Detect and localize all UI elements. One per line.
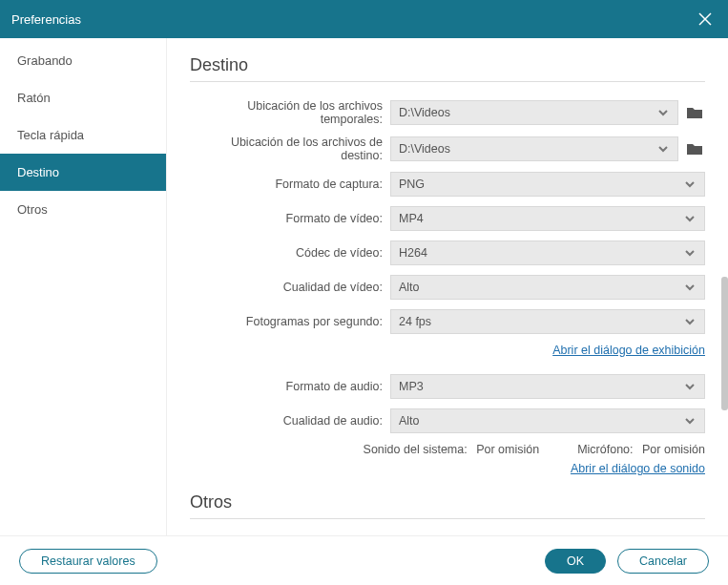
sidebar: Grabando Ratón Tecla rápida Destino Otro…: [0, 38, 167, 535]
row-video-codec: Códec de vídeo: H264: [190, 240, 705, 265]
select-audio-quality[interactable]: Alto: [390, 408, 705, 433]
value-audio-quality: Alto: [399, 414, 420, 428]
value-video-quality: Alto: [399, 281, 420, 294]
titlebar: Preferencias: [0, 0, 728, 38]
window-title: Preferencias: [11, 12, 81, 27]
close-button[interactable]: [694, 8, 717, 31]
value-capture-fmt: PNG: [399, 178, 425, 191]
sidebar-item-destino[interactable]: Destino: [0, 154, 166, 191]
select-video-quality[interactable]: Alto: [390, 275, 705, 300]
select-video-codec[interactable]: H264: [390, 240, 705, 265]
chevron-down-icon: [683, 315, 697, 328]
select-dest-path[interactable]: D:\Videos: [390, 136, 678, 161]
chevron-down-icon: [683, 246, 697, 260]
section-rule: [190, 518, 705, 519]
footer: Restaurar valores OK Cancelar: [0, 535, 728, 585]
select-audio-fmt[interactable]: MP3: [390, 374, 705, 399]
chevron-down-icon: [683, 178, 697, 191]
chevron-down-icon: [683, 212, 697, 225]
value-fps: 24 fps: [399, 315, 431, 328]
label-audio-fmt: Formato de audio:: [190, 380, 390, 393]
select-temp-path[interactable]: D:\Videos: [390, 100, 678, 125]
chevron-down-icon: [683, 281, 697, 294]
mic-info: Micrófono: Por omisión: [577, 443, 705, 456]
value-video-codec: H264: [399, 246, 427, 260]
mic-value: Por omisión: [642, 443, 705, 456]
audio-info-row: Sonido del sistema: Por omisión Micrófon…: [190, 443, 705, 456]
chevron-down-icon: [683, 414, 697, 428]
cancel-button[interactable]: Cancelar: [617, 549, 709, 574]
system-sound-label: Sonido del sistema:: [364, 443, 468, 456]
value-video-fmt: MP4: [399, 212, 424, 225]
section-title-destino: Destino: [190, 55, 705, 75]
browse-dest-path-button[interactable]: [684, 138, 705, 159]
chevron-down-icon: [656, 106, 670, 119]
label-fps: Fotogramas por segundo:: [190, 315, 390, 328]
link-row-sound: Abrir el diálogo de sonido: [190, 462, 705, 475]
label-video-codec: Códec de vídeo:: [190, 246, 390, 260]
label-video-fmt: Formato de vídeo:: [190, 212, 390, 225]
restore-defaults-button[interactable]: Restaurar valores: [19, 549, 157, 574]
row-audio-fmt: Formato de audio: MP3: [190, 374, 705, 399]
scrollbar-thumb[interactable]: [721, 277, 728, 410]
select-video-fmt[interactable]: MP4: [390, 206, 705, 231]
content-panel: Destino Ubicación de los archivos tempor…: [167, 38, 728, 535]
label-video-quality: Cualidad de vídeo:: [190, 281, 390, 294]
chevron-down-icon: [683, 380, 697, 393]
system-sound-value: Por omisión: [476, 443, 539, 456]
row-temp-path: Ubicación de los archivos temporales: D:…: [190, 99, 705, 126]
system-sound-info: Sonido del sistema: Por omisión: [364, 443, 540, 456]
label-temp-path: Ubicación de los archivos temporales:: [190, 99, 390, 126]
row-video-fmt: Formato de vídeo: MP4: [190, 206, 705, 231]
label-audio-quality: Cualidad de audio:: [190, 414, 390, 428]
select-fps[interactable]: 24 fps: [390, 309, 705, 334]
row-audio-quality: Cualidad de audio: Alto: [190, 408, 705, 433]
sidebar-item-tecla-rapida[interactable]: Tecla rápida: [0, 116, 166, 154]
row-dest-path: Ubicación de los archivos de destino: D:…: [190, 136, 705, 162]
section-rule: [190, 81, 705, 82]
select-capture-fmt[interactable]: PNG: [390, 172, 705, 197]
label-dest-path: Ubicación de los archivos de destino:: [190, 136, 390, 162]
sidebar-item-otros[interactable]: Otros: [0, 191, 166, 228]
chevron-down-icon: [656, 142, 670, 156]
sidebar-item-grabando[interactable]: Grabando: [0, 42, 166, 79]
sidebar-item-raton[interactable]: Ratón: [0, 79, 166, 116]
browse-temp-path-button[interactable]: [684, 102, 705, 123]
row-fps: Fotogramas por segundo: 24 fps: [190, 309, 705, 334]
open-display-dialog-link[interactable]: Abrir el diálogo de exhibición: [552, 344, 705, 357]
value-temp-path: D:\Videos: [399, 106, 450, 119]
body: Grabando Ratón Tecla rápida Destino Otro…: [0, 38, 728, 535]
row-video-quality: Cualidad de vídeo: Alto: [190, 275, 705, 300]
label-capture-fmt: Formato de captura:: [190, 178, 390, 191]
footer-right: OK Cancelar: [545, 549, 709, 574]
link-row-display: Abrir el diálogo de exhibición: [190, 344, 705, 357]
row-capture-fmt: Formato de captura: PNG: [190, 172, 705, 197]
value-dest-path: D:\Videos: [399, 142, 450, 156]
value-audio-fmt: MP3: [399, 380, 424, 393]
mic-label: Micrófono:: [577, 443, 633, 456]
ok-button[interactable]: OK: [545, 549, 606, 574]
section-title-otros: Otros: [190, 492, 705, 512]
open-sound-dialog-link[interactable]: Abrir el diálogo de sonido: [571, 462, 705, 475]
